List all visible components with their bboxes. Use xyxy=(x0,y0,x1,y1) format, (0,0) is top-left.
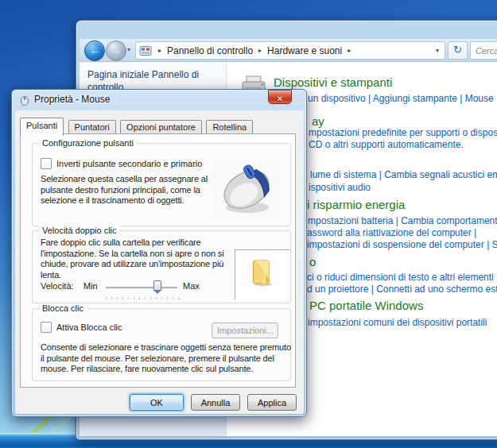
close-icon: ✕ xyxy=(277,95,283,103)
mouse-icon xyxy=(19,95,30,106)
slider-track[interactable] xyxy=(106,287,177,289)
section-heading-fragment[interactable]: i risparmio energia xyxy=(307,198,405,211)
link-fragment[interactable]: mpostazioni batteria | Cambia comportame… xyxy=(308,215,497,226)
tab-strip: Pulsanti Puntatori Opzioni puntatore Rot… xyxy=(20,118,304,134)
checkbox-label: Inverti pulsante secondario e primario xyxy=(56,159,202,168)
config-description: Selezionare questa casella per assegnare… xyxy=(41,174,214,207)
group-label: Velocità doppio clic xyxy=(39,226,120,235)
dialog-client: Pulsanti Puntatori Opzioni puntatore Rot… xyxy=(15,110,304,414)
breadcrumb: ▸ Pannello di controllo ▸ Hardware e suo… xyxy=(135,41,445,60)
link-fragment[interactable]: lume di sistema | Cambia segnali acustic… xyxy=(310,169,497,180)
link-fragment[interactable]: mpostazioni predefinite per supporti o d… xyxy=(309,127,497,138)
checkbox-box[interactable] xyxy=(41,322,52,333)
forward-icon: → xyxy=(111,44,122,56)
link-fragment[interactable]: un dispositivo | Aggiungi stampante | Mo… xyxy=(308,93,494,104)
link-fragment[interactable]: ispositivi audio xyxy=(309,182,371,193)
group-blocca-clic: Blocca clic Attiva Blocca clic Impostazi… xyxy=(32,308,291,381)
invert-buttons-checkbox[interactable]: Inverti pulsante secondario e primario xyxy=(41,158,202,169)
group-label: Blocca clic xyxy=(39,303,87,313)
refresh-icon: ↻ xyxy=(453,44,462,56)
section-heading-fragment[interactable]: o xyxy=(309,255,316,268)
group-velocita-doppio-clic: Velocità doppio clic Fare doppio clic su… xyxy=(32,230,291,303)
explorer-navbar: ← → ▾ ▸ Pannello di controllo ▸ H xyxy=(80,39,497,62)
double-click-speed-slider[interactable] xyxy=(106,280,177,295)
back-icon: ← xyxy=(90,44,100,56)
double-click-description: Fare doppio clic sulla cartella per veri… xyxy=(41,238,241,280)
slider-ticks xyxy=(106,297,179,299)
group-configurazione-pulsanti: Configurazione pulsanti Inverti pulsante… xyxy=(32,143,291,226)
back-button[interactable]: ← xyxy=(84,41,105,61)
test-folder-icon[interactable] xyxy=(251,259,274,288)
refresh-button[interactable]: ↻ xyxy=(448,41,468,60)
clicklock-settings-button[interactable]: Impostazioni... xyxy=(212,322,278,338)
breadcrumb-item-control-panel[interactable]: Pannello di controllo xyxy=(165,45,254,56)
mouse-image xyxy=(211,153,281,221)
slider-max-label: Max xyxy=(183,281,200,291)
link-fragment[interactable]: CD o altri supporti automaticamente. xyxy=(309,139,464,150)
apply-button[interactable]: Applica xyxy=(247,394,297,411)
forward-button[interactable]: → xyxy=(106,41,126,61)
explorer-titlebar[interactable] xyxy=(80,23,497,39)
desktop: ← → ▾ ▸ Pannello di controllo ▸ H xyxy=(0,0,497,448)
search-placeholder: Cerca xyxy=(471,46,497,56)
link-fragment[interactable]: d un proiettore | Connetti ad uno scherm… xyxy=(307,284,497,295)
crumb-arrow-icon: ▸ xyxy=(254,47,266,54)
link-fragment[interactable]: assword alla riattivazione del computer … xyxy=(307,227,476,238)
breadcrumb-item-hardware-sound[interactable]: Hardware e suoni xyxy=(266,45,344,56)
crumb-arrow-icon: ▸ xyxy=(344,47,355,54)
section-heading-fragment[interactable]: PC portatile Windows xyxy=(309,299,423,312)
dialog-button-row: OK Annulla Applica xyxy=(15,394,297,411)
checkbox-label: Attiva Blocca clic xyxy=(56,322,122,332)
speed-label: Velocità: xyxy=(41,281,74,291)
section-heading-fragment[interactable]: ay xyxy=(312,114,324,128)
dialog-titlebar[interactable]: Proprietà - Mouse ✕ xyxy=(12,90,306,110)
double-click-test-area xyxy=(235,249,290,299)
checkbox-box[interactable] xyxy=(41,158,52,169)
slider-thumb[interactable] xyxy=(153,280,161,291)
crumb-arrow-icon: ▸ xyxy=(154,47,165,54)
breadcrumb-dropdown-icon[interactable]: ▾ xyxy=(436,47,445,54)
ok-button[interactable]: OK xyxy=(130,394,184,411)
link-fragment[interactable]: impostazioni comuni dei dispositivi port… xyxy=(308,317,487,328)
control-panel-icon xyxy=(139,44,152,57)
search-input[interactable]: Cerca xyxy=(470,41,497,60)
link-fragment[interactable]: ci o riduci dimensioni di testo e altri … xyxy=(307,272,497,283)
close-button[interactable]: ✕ xyxy=(268,90,292,104)
tab-panel-pulsanti: Configurazione pulsanti Inverti pulsante… xyxy=(20,133,296,388)
dialog-title: Proprietà - Mouse xyxy=(34,94,110,105)
slider-min-label: Min xyxy=(83,281,98,291)
clicklock-description: Consente di selezionare e trascinare ogg… xyxy=(41,342,293,375)
group-label: Configurazione pulsanti xyxy=(39,138,137,148)
clicklock-checkbox[interactable]: Attiva Blocca clic xyxy=(41,322,122,333)
tab-pulsanti[interactable]: Pulsanti xyxy=(20,118,64,136)
section-heading-devices-printers[interactable]: Dispositivi e stampanti xyxy=(274,75,392,89)
link-fragment[interactable]: impostazioni di sospensione del computer… xyxy=(307,239,497,250)
mouse-properties-dialog: Proprietà - Mouse ✕ Pulsanti Puntatori O… xyxy=(11,89,307,417)
history-dropdown-icon[interactable]: ▾ xyxy=(127,46,130,53)
cancel-button[interactable]: Annulla xyxy=(191,394,240,411)
